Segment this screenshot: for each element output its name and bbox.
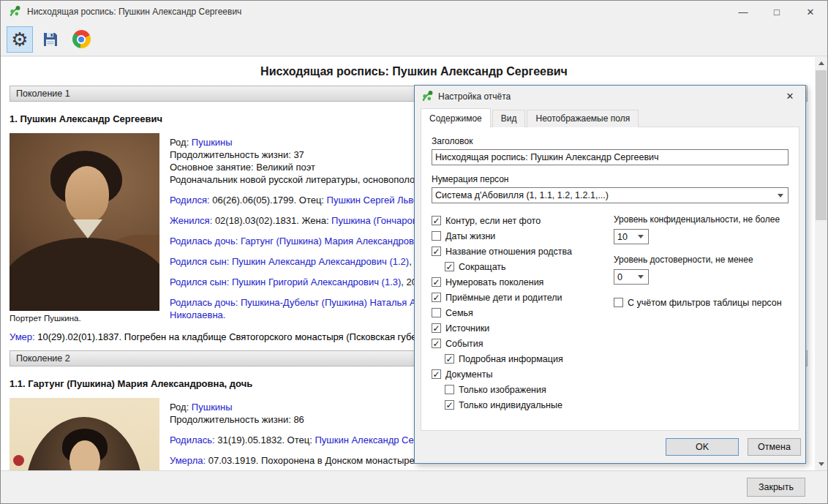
- gear-icon: ⚙: [11, 30, 28, 49]
- checkbox-checked[interactable]: ✓: [445, 400, 454, 410]
- dialog-checkbox[interactable]: ✓Нумеровать поколения: [432, 274, 611, 290]
- person-link[interactable]: Женился:: [170, 215, 212, 226]
- window-controls: — □ ✕: [726, 1, 827, 23]
- dialog-checkbox[interactable]: Даты жизни: [432, 228, 611, 244]
- window-title: Нисходящая роспись: Пушкин Александр Сер…: [27, 7, 241, 17]
- checkbox-label: Контур, если нет фото: [445, 216, 541, 226]
- portrait-flower: [13, 455, 24, 466]
- dialog-checkbox[interactable]: ✓Документы: [432, 366, 611, 382]
- checkbox-label: Документы: [445, 369, 492, 380]
- dialog-checkbox[interactable]: ✓Только индивидуальные: [432, 397, 611, 413]
- reliability-label: Уровень достоверности, не менее: [614, 255, 789, 265]
- scrollbar-thumb[interactable]: [816, 70, 827, 220]
- app-tree-icon: [8, 5, 21, 18]
- vertical-scrollbar[interactable]: [815, 57, 827, 470]
- scrollbar-down-arrow[interactable]: [815, 458, 827, 470]
- open-in-browser-button[interactable]: [68, 26, 94, 53]
- save-report-button[interactable]: [37, 26, 64, 53]
- person-link[interactable]: Пушкин Александр Александрович (1.2): [232, 256, 409, 267]
- down-arrow-icon: [818, 462, 824, 466]
- reliability-select-wrap: 0: [614, 269, 789, 285]
- dialog-checkbox[interactable]: ✓Источники: [432, 320, 611, 336]
- person-link[interactable]: Умер:: [10, 331, 35, 342]
- dialog-checkbox[interactable]: Семья: [432, 305, 611, 320]
- portrait-collar: [73, 219, 102, 238]
- scrollbar-up-arrow[interactable]: [815, 57, 827, 69]
- tab-content[interactable]: Содержимое: [421, 108, 491, 127]
- minimize-button[interactable]: —: [726, 1, 760, 23]
- dialog-checkbox[interactable]: Только изображения: [432, 382, 611, 397]
- person-link[interactable]: Родилась:: [170, 435, 215, 445]
- person-link[interactable]: Родилась дочь:: [170, 236, 238, 247]
- numbering-select[interactable]: Система д'Абовилля (1, 1.1, 1.2, 1.2.1,.…: [432, 187, 789, 203]
- checkbox-checked[interactable]: ✓: [432, 323, 441, 333]
- checkbox-unchecked[interactable]: [432, 308, 441, 317]
- report-settings-button[interactable]: ⚙: [7, 26, 33, 53]
- dialog-checkbox[interactable]: ✓Контур, если нет фото: [432, 213, 611, 228]
- bottom-bar: Закрыть: [1, 470, 827, 503]
- app-tree-icon: [421, 90, 434, 103]
- checkbox-checked[interactable]: ✓: [432, 293, 441, 302]
- dialog-close-button[interactable]: ✕: [779, 86, 801, 107]
- cancel-button[interactable]: Отмена: [748, 438, 801, 456]
- tab-view[interactable]: Вид: [492, 110, 526, 127]
- confidentiality-value: 10: [617, 232, 628, 242]
- checkbox-box[interactable]: [614, 298, 623, 307]
- maximize-button[interactable]: □: [760, 1, 794, 23]
- text-segment: Род:: [170, 137, 192, 148]
- close-window-button[interactable]: ✕: [794, 1, 827, 23]
- header-field-input[interactable]: [432, 149, 789, 165]
- checkbox-checked[interactable]: ✓: [432, 277, 441, 287]
- checkbox-checked[interactable]: ✓: [432, 247, 441, 256]
- person-link[interactable]: Родился:: [170, 195, 210, 206]
- text-segment: ,: [409, 256, 412, 267]
- dialog-checkbox[interactable]: ✓Название отношения родства: [432, 244, 611, 259]
- dialog-title-bar: Настройка отчёта ✕: [415, 86, 805, 107]
- dialog-footer: OK Отмена: [666, 438, 801, 456]
- person-1-photo-block: Портрет Пушкина.: [10, 133, 159, 323]
- checkbox-label: Только изображения: [459, 385, 546, 395]
- checkbox-label: Приёмные дети и родители: [445, 293, 562, 303]
- confidentiality-select-wrap: 10: [614, 229, 789, 244]
- person-link[interactable]: Пушкины: [192, 402, 233, 413]
- checkbox-unchecked[interactable]: [445, 385, 454, 394]
- dialog-checkbox[interactable]: ✓Подробная информация: [432, 351, 611, 366]
- person-link[interactable]: Родилась дочь:: [170, 297, 238, 308]
- ok-button[interactable]: OK: [666, 438, 739, 456]
- confidentiality-select[interactable]: 10: [614, 229, 649, 244]
- checkbox-checked[interactable]: ✓: [432, 216, 441, 225]
- person-link[interactable]: Пушкин Григорий Александрович (1.3): [232, 277, 401, 287]
- checkbox-checked[interactable]: ✓: [432, 369, 441, 379]
- maria-portrait: [10, 398, 159, 470]
- chrome-icon-center: [78, 37, 84, 42]
- chrome-icon: [72, 30, 91, 48]
- checkbox-checked[interactable]: ✓: [432, 339, 441, 348]
- reliability-value: 0: [617, 272, 622, 282]
- dialog-checkbox[interactable]: ✓События: [432, 336, 611, 351]
- numbering-selected-value: Система д'Абовилля (1, 1.1, 1.2, 1.2.1,.…: [435, 190, 609, 200]
- text-segment: Основное занятие: Великий поэт: [170, 162, 315, 173]
- checkbox-label: События: [445, 339, 483, 349]
- checkbox-label: Название отношения родства: [445, 247, 572, 257]
- checkbox-unchecked[interactable]: [432, 231, 441, 241]
- person-link[interactable]: Николаевна.: [170, 309, 225, 320]
- person-link[interactable]: Пушкины: [192, 137, 233, 148]
- text-segment: 06(26).06(05).1799. Отец:: [210, 195, 327, 206]
- dialog-checkbox[interactable]: ✓Приёмные дети и родители: [432, 290, 611, 305]
- text-segment: Род:: [170, 402, 192, 413]
- close-report-button[interactable]: Закрыть: [747, 478, 805, 497]
- text-segment: 02(18).03(02).1831. Жена:: [212, 215, 331, 226]
- tab-hidden-fields[interactable]: Неотображаемые поля: [527, 110, 639, 127]
- person-link[interactable]: Родился сын:: [170, 256, 229, 267]
- filters-checkbox[interactable]: С учётом фильтров таблицы персон: [614, 295, 789, 310]
- person-link[interactable]: Родился сын:: [170, 277, 229, 287]
- person-2-photo-block: [10, 398, 159, 470]
- checkbox-checked[interactable]: ✓: [445, 262, 454, 271]
- toolbar: ⚙: [1, 23, 827, 56]
- reliability-select[interactable]: 0: [614, 269, 649, 285]
- checkbox-label: Нумеровать поколения: [445, 277, 543, 287]
- person-link[interactable]: Умерла:: [170, 455, 206, 466]
- confidentiality-label: Уровень конфиденциальности, не более: [614, 214, 789, 225]
- dialog-checkbox[interactable]: ✓Сокращать: [432, 259, 611, 274]
- checkbox-checked[interactable]: ✓: [445, 354, 454, 364]
